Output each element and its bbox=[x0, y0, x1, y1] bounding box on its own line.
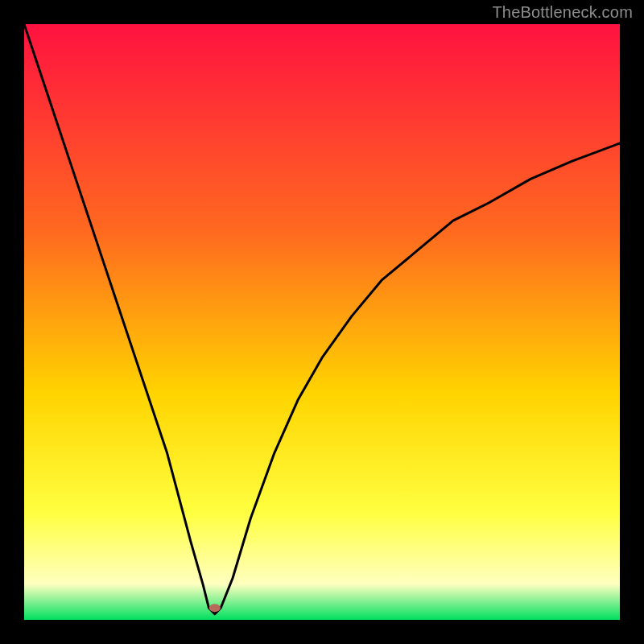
optimal-point-marker bbox=[209, 604, 221, 612]
chart-frame: TheBottleneck.com bbox=[0, 0, 644, 644]
plot-area bbox=[24, 24, 620, 620]
gradient-background bbox=[24, 24, 620, 620]
chart-svg bbox=[24, 24, 620, 620]
watermark-text: TheBottleneck.com bbox=[492, 3, 633, 22]
